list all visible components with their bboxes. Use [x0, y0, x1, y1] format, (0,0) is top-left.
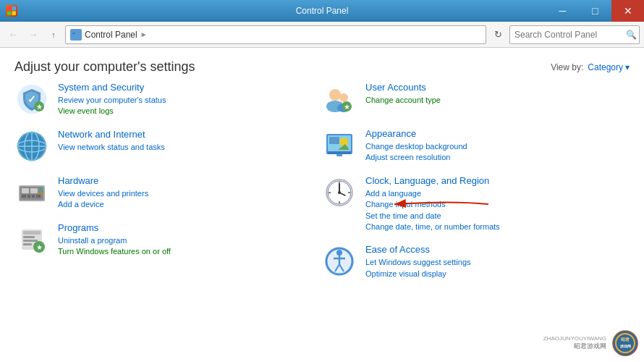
clock-language-link-3[interactable]: Set the time and date	[365, 211, 630, 222]
path-icon	[70, 29, 82, 41]
category-appearance[interactable]: Appearance Change desktop background Adj…	[322, 128, 630, 164]
close-button[interactable]: ✕	[611, 0, 644, 22]
svg-text:★: ★	[344, 103, 350, 111]
network-internet-icon	[14, 129, 49, 164]
svg-rect-0	[7, 7, 12, 11]
svg-rect-25	[39, 192, 43, 194]
programs-icon: ★	[14, 222, 49, 257]
category-clock-language[interactable]: Clock, Language, and Region Add a langua…	[322, 175, 630, 233]
watermark: ZHAOJUNYOUYIWANG 昭君游戏网 昭君 游戏网	[543, 330, 638, 356]
view-by-value: Category	[588, 62, 623, 72]
svg-point-33	[329, 89, 341, 101]
categories-left: ✓ ★ System and Security Review your comp…	[14, 82, 322, 362]
svg-point-35	[339, 93, 348, 102]
search-input[interactable]	[514, 30, 623, 40]
forward-button[interactable]: →	[25, 26, 42, 43]
programs-link-1[interactable]: Uninstall a program	[58, 235, 322, 246]
back-button[interactable]: ←	[4, 26, 22, 43]
svg-point-57	[336, 250, 342, 256]
user-accounts-title[interactable]: User Accounts	[365, 82, 630, 93]
hardware-link-1[interactable]: View devices and printers	[58, 188, 322, 199]
clock-language-link-2[interactable]: Change input methods	[365, 199, 630, 210]
system-security-link-2[interactable]: View event logs	[58, 106, 322, 117]
user-accounts-text: User Accounts Change account type	[365, 82, 630, 106]
clock-language-link-4[interactable]: Change date, time, or number formats	[365, 222, 630, 232]
system-security-text: System and Security Review your computer…	[58, 82, 322, 117]
svg-point-44	[339, 138, 348, 146]
appearance-title[interactable]: Appearance	[365, 128, 630, 139]
search-icon[interactable]: 🔍	[626, 30, 637, 40]
ease-of-access-link-1[interactable]: Let Windows suggest settings	[365, 257, 630, 268]
categories-right: ★ User Accounts Change account type	[322, 82, 630, 362]
svg-rect-42	[336, 154, 342, 156]
svg-rect-2	[7, 12, 12, 16]
network-internet-link-1[interactable]: View network status and tasks	[58, 142, 322, 153]
view-by-control: View by: Category ▾	[551, 62, 630, 72]
hardware-title[interactable]: Hardware	[58, 175, 322, 186]
hardware-link-2[interactable]: Add a device	[58, 199, 322, 210]
category-system-security[interactable]: ✓ ★ System and Security Review your comp…	[14, 82, 322, 117]
clock-language-link-1[interactable]: Add a language	[365, 188, 630, 199]
view-by-dropdown[interactable]: Category ▾	[588, 62, 630, 72]
svg-rect-30	[23, 243, 32, 245]
user-accounts-link-1[interactable]: Change account type	[365, 95, 630, 106]
watermark-logo: 昭君 游戏网	[612, 330, 638, 356]
svg-rect-22	[32, 195, 35, 198]
svg-point-62	[613, 331, 637, 355]
ease-of-access-text: Ease of Access Let Windows suggest setti…	[365, 244, 630, 279]
svg-rect-18	[22, 188, 29, 193]
view-by-label: View by:	[551, 62, 583, 72]
category-programs[interactable]: ★ Programs Uninstall a program Turn Wind…	[14, 222, 322, 258]
appearance-text: Appearance Change desktop background Adj…	[365, 128, 630, 164]
programs-title[interactable]: Programs	[58, 222, 322, 233]
main-content: Adjust your computer's settings View by:…	[0, 48, 644, 362]
svg-rect-28	[23, 236, 35, 238]
user-accounts-icon: ★	[322, 82, 357, 117]
categories-grid: ✓ ★ System and Security Review your comp…	[0, 82, 644, 362]
app-icon	[6, 5, 17, 17]
window-controls: ─ □ ✕	[546, 0, 644, 22]
svg-text:✓: ✓	[27, 93, 36, 105]
svg-rect-23	[36, 195, 41, 198]
appearance-link-1[interactable]: Change desktop background	[365, 141, 630, 152]
svg-rect-1	[12, 7, 17, 11]
watermark-text-1: ZHAOJUNYOUYIWANG	[543, 335, 606, 342]
refresh-button[interactable]: ↻	[489, 26, 507, 43]
category-user-accounts[interactable]: ★ User Accounts Change account type	[322, 82, 630, 117]
address-bar: ← → ↑ Control Panel ► ↻ 🔍	[0, 22, 644, 48]
maximize-button[interactable]: □	[579, 0, 611, 22]
title-bar: Control Panel ─ □ ✕	[0, 0, 644, 22]
category-ease-of-access[interactable]: Ease of Access Let Windows suggest setti…	[322, 244, 630, 279]
svg-rect-27	[23, 231, 41, 235]
svg-rect-29	[23, 240, 38, 242]
network-internet-title[interactable]: Network and Internet	[58, 129, 322, 140]
svg-rect-21	[27, 195, 30, 198]
clock-language-title[interactable]: Clock, Language, and Region	[365, 175, 630, 186]
svg-rect-24	[39, 188, 43, 190]
up-button[interactable]: ↑	[45, 26, 62, 43]
appearance-icon	[322, 128, 357, 163]
system-security-title[interactable]: System and Security	[58, 82, 322, 93]
svg-text:游戏网: 游戏网	[620, 344, 631, 348]
path-separator: ►	[140, 30, 148, 38]
programs-link-2[interactable]: Turn Windows features on or off	[58, 246, 322, 257]
category-network-internet[interactable]: Network and Internet View network status…	[14, 129, 322, 164]
content-header: Adjust your computer's settings View by:…	[0, 48, 644, 82]
svg-rect-41	[328, 151, 351, 154]
title-bar-left	[6, 5, 17, 17]
svg-rect-3	[12, 12, 17, 16]
appearance-link-2[interactable]: Adjust screen resolution	[365, 152, 630, 163]
address-path[interactable]: Control Panel ►	[65, 25, 486, 44]
category-hardware[interactable]: Hardware View devices and printers Add a…	[14, 175, 322, 211]
ease-of-access-link-2[interactable]: Optimize visual display	[365, 269, 630, 279]
system-security-link-1[interactable]: Review your computer's status	[58, 95, 322, 106]
ease-of-access-title[interactable]: Ease of Access	[365, 244, 630, 255]
search-box[interactable]: 🔍	[509, 25, 640, 44]
svg-rect-20	[22, 195, 26, 198]
clock-language-text: Clock, Language, and Region Add a langua…	[365, 175, 630, 233]
svg-rect-19	[30, 188, 38, 193]
path-segment: Control Panel	[85, 30, 137, 40]
svg-point-49	[338, 191, 341, 194]
minimize-button[interactable]: ─	[546, 0, 579, 22]
svg-rect-5	[72, 33, 75, 34]
